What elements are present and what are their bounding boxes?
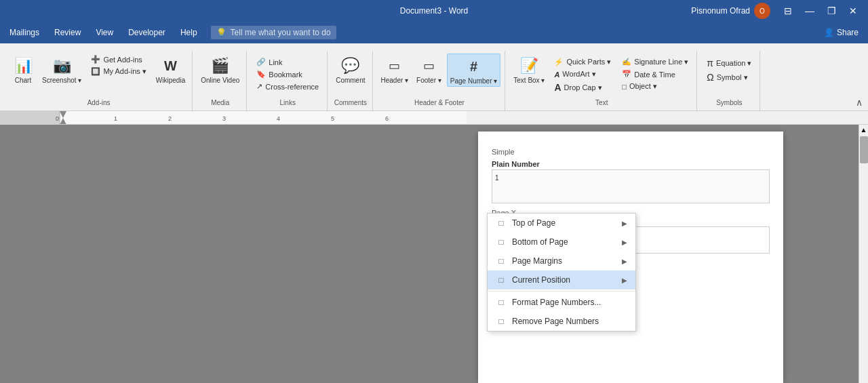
plain-number-value: 1 xyxy=(495,174,499,182)
share-icon: 👤 xyxy=(824,28,834,37)
ribbon-group-symbols: π Equation ▾ Ω Symbol ▾ Symbols xyxy=(698,51,760,110)
wikipedia-icon: W xyxy=(160,55,182,77)
page-number-icon: # xyxy=(463,56,485,77)
screenshot-icon: 📷 xyxy=(51,55,73,77)
svg-rect-1 xyxy=(0,111,60,125)
document-page: Simple Plain Number 1 Page X Accent Bar … xyxy=(478,132,783,383)
ribbon: 📊 Chart 📷 Screenshot ▾ ➕ Get Add-ins 🔲 M… xyxy=(0,43,868,111)
chart-button[interactable]: 📊 Chart xyxy=(9,54,37,85)
my-addins-button[interactable]: 🔲 My Add-ins ▾ xyxy=(87,66,150,77)
svg-text:5: 5 xyxy=(331,115,334,122)
ruler: 0 1 2 3 4 5 6 xyxy=(0,111,868,125)
svg-text:0: 0 xyxy=(56,115,59,122)
get-addins-button[interactable]: ➕ Get Add-ins xyxy=(87,54,150,65)
accent-bar-text: 1 | Page xyxy=(495,230,517,237)
ribbon-group-comments: 💬 Comment Comments xyxy=(329,51,372,110)
online-video-icon: 🎬 xyxy=(210,55,231,77)
plain-number-preview: 1 xyxy=(492,169,770,203)
accent-bar-1-label: Accent Bar 1 xyxy=(492,218,770,226)
menu-view[interactable]: View xyxy=(89,25,120,40)
drop-cap-icon: A xyxy=(554,82,561,93)
comment-button[interactable]: 💬 Comment xyxy=(333,54,368,85)
date-time-button[interactable]: 📅 Date & Time xyxy=(618,68,692,80)
equation-icon: π xyxy=(707,58,713,68)
svg-text:2: 2 xyxy=(168,115,172,122)
collapse-ribbon-button[interactable]: ∧ xyxy=(856,97,863,108)
page-number-button[interactable]: # Page Number ▾ xyxy=(447,54,500,87)
minimize-button[interactable]: — xyxy=(800,1,819,20)
addins-icon: ➕ xyxy=(91,55,100,64)
online-video-button[interactable]: 🎬 Online Video xyxy=(198,54,242,85)
text-box-button[interactable]: 📝 Text Box ▾ xyxy=(511,54,547,85)
text-group-label: Text xyxy=(595,99,608,108)
user-name: Pisnonum Ofrad xyxy=(691,6,750,16)
links-group-label: Links xyxy=(280,99,296,108)
ribbon-group-media: 🎬 Online Video Media xyxy=(194,51,247,110)
title-bar: Document3 - Word Pisnonum Ofrad O ⊟ — ❐ … xyxy=(0,0,868,22)
app-title: Document3 - Word xyxy=(400,6,468,16)
share-button[interactable]: 👤 Share xyxy=(817,25,865,40)
wordart-icon: A xyxy=(554,70,559,79)
text-box-icon: 📝 xyxy=(518,55,540,77)
screenshot-button[interactable]: 📷 Screenshot ▾ xyxy=(39,54,84,85)
svg-text:4: 4 xyxy=(277,115,280,122)
menu-bar: Mailings Review View Developer Help 💡 Te… xyxy=(0,22,868,43)
quick-parts-button[interactable]: ⚡ Quick Parts ▾ xyxy=(550,56,615,68)
media-group-label: Media xyxy=(211,99,229,108)
wikipedia-button[interactable]: W Wikipedia xyxy=(153,54,188,85)
menu-help[interactable]: Help xyxy=(174,25,204,40)
comments-group-label: Comments xyxy=(334,99,367,108)
symbol-button[interactable]: Ω Symbol ▾ xyxy=(703,70,755,84)
lightbulb-icon: 💡 xyxy=(216,28,226,37)
ribbon-group-text: 📝 Text Box ▾ ⚡ Quick Parts ▾ A WordArt ▾… xyxy=(507,51,697,110)
page-x-label: Page X xyxy=(492,207,770,218)
scroll-thumb[interactable] xyxy=(860,136,868,163)
ribbon-group-links: 🔗 Link 🔖 Bookmark ↗ Cross-reference Link… xyxy=(248,51,328,110)
plain-number-label: Plain Number xyxy=(492,157,770,169)
vertical-scrollbar[interactable]: ▲ xyxy=(859,125,868,383)
menu-mailings[interactable]: Mailings xyxy=(3,25,46,40)
symbols-group-label: Symbols xyxy=(716,99,742,108)
signature-line-button[interactable]: ✍ Signature Line ▾ xyxy=(618,56,692,68)
link-button[interactable]: 🔗 Link xyxy=(252,56,323,68)
object-icon: □ xyxy=(622,83,627,91)
symbol-icon: Ω xyxy=(707,72,713,83)
section-simple-label: Simple xyxy=(492,145,770,157)
comment-icon: 💬 xyxy=(340,55,361,77)
header-button[interactable]: ▭ Header ▾ xyxy=(378,54,412,85)
chart-icon: 📊 xyxy=(12,55,34,77)
wordart-button[interactable]: A WordArt ▾ xyxy=(550,68,615,80)
maximize-button[interactable]: ❐ xyxy=(822,1,841,20)
bookmark-icon: 🔖 xyxy=(256,70,266,79)
accent-bar-preview: 1 | Page xyxy=(492,226,770,254)
svg-text:3: 3 xyxy=(222,115,226,122)
svg-rect-2 xyxy=(60,111,467,125)
bookmark-button[interactable]: 🔖 Bookmark xyxy=(252,68,323,80)
footer-icon: ▭ xyxy=(418,55,439,77)
body-text: You can have the page nu xyxy=(492,259,770,267)
date-time-icon: 📅 xyxy=(622,70,631,79)
menu-developer[interactable]: Developer xyxy=(121,25,172,40)
tell-me-search[interactable]: 💡 Tell me what you want to do xyxy=(211,26,336,39)
svg-text:1: 1 xyxy=(114,115,117,122)
addins-group-label: Add-ins xyxy=(87,99,111,108)
search-placeholder: Tell me what you want to do xyxy=(231,28,331,37)
ribbon-group-header-footer: ▭ Header ▾ ▭ Footer ▾ # Page Number ▾ He… xyxy=(374,51,506,110)
document-area: Simple Plain Number 1 Page X Accent Bar … xyxy=(0,125,868,383)
restore-window-button[interactable]: ⊟ xyxy=(778,1,797,20)
my-addins-icon: 🔲 xyxy=(91,67,100,76)
drop-cap-button[interactable]: A Drop Cap ▾ xyxy=(550,81,615,94)
menu-review[interactable]: Review xyxy=(47,25,87,40)
cross-reference-icon: ↗ xyxy=(256,82,262,91)
object-button[interactable]: □ Object ▾ xyxy=(618,81,692,92)
close-button[interactable]: ✕ xyxy=(844,1,863,20)
header-footer-group-label: Header & Footer xyxy=(414,99,465,108)
scroll-up-button[interactable]: ▲ xyxy=(861,125,867,134)
cross-reference-button[interactable]: ↗ Cross-reference xyxy=(252,81,323,92)
ribbon-group-addins: 📊 Chart 📷 Screenshot ▾ ➕ Get Add-ins 🔲 M… xyxy=(5,51,193,110)
equation-button[interactable]: π Equation ▾ xyxy=(703,56,755,70)
user-avatar[interactable]: O xyxy=(754,3,770,19)
footer-button[interactable]: ▭ Footer ▾ xyxy=(414,54,444,85)
quick-parts-icon: ⚡ xyxy=(554,58,564,66)
header-icon: ▭ xyxy=(384,55,406,77)
